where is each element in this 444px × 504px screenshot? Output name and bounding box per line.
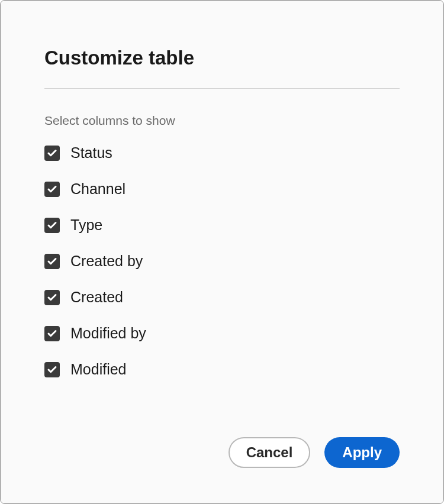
column-item-modified[interactable]: Modified bbox=[44, 361, 400, 378]
checkbox-modified[interactable] bbox=[44, 362, 60, 377]
apply-button[interactable]: Apply bbox=[324, 437, 400, 468]
divider bbox=[44, 88, 400, 89]
section-label: Select columns to show bbox=[44, 114, 400, 128]
column-label: Type bbox=[70, 217, 102, 234]
checkbox-modified-by[interactable] bbox=[44, 326, 60, 341]
column-item-modified-by[interactable]: Modified by bbox=[44, 325, 400, 342]
checkbox-channel[interactable] bbox=[44, 182, 60, 197]
column-label: Channel bbox=[70, 180, 126, 198]
checkmark-icon bbox=[47, 148, 57, 159]
checkmark-icon bbox=[47, 184, 57, 195]
column-item-status[interactable]: Status bbox=[44, 144, 400, 161]
checkmark-icon bbox=[47, 364, 57, 375]
checkmark-icon bbox=[47, 220, 57, 231]
checkmark-icon bbox=[47, 292, 57, 303]
checkmark-icon bbox=[47, 328, 57, 339]
checkbox-status[interactable] bbox=[44, 146, 60, 161]
column-label: Created by bbox=[70, 253, 143, 270]
column-label: Modified by bbox=[70, 325, 146, 342]
column-item-created[interactable]: Created bbox=[44, 289, 400, 306]
checkbox-created[interactable] bbox=[44, 290, 60, 305]
checkbox-created-by[interactable] bbox=[44, 254, 60, 269]
dialog-title: Customize table bbox=[44, 47, 400, 69]
checkbox-type[interactable] bbox=[44, 218, 60, 233]
cancel-button[interactable]: Cancel bbox=[229, 437, 311, 468]
column-item-channel[interactable]: Channel bbox=[44, 180, 400, 198]
dialog-button-row: Cancel Apply bbox=[229, 437, 400, 468]
column-label: Modified bbox=[70, 361, 127, 378]
column-label: Status bbox=[70, 144, 112, 161]
column-list: Status Channel Type Created by Created bbox=[44, 144, 400, 378]
column-label: Created bbox=[70, 289, 123, 306]
column-item-created-by[interactable]: Created by bbox=[44, 253, 400, 270]
checkmark-icon bbox=[47, 256, 57, 267]
column-item-type[interactable]: Type bbox=[44, 217, 400, 234]
customize-table-dialog: Customize table Select columns to show S… bbox=[0, 0, 444, 504]
